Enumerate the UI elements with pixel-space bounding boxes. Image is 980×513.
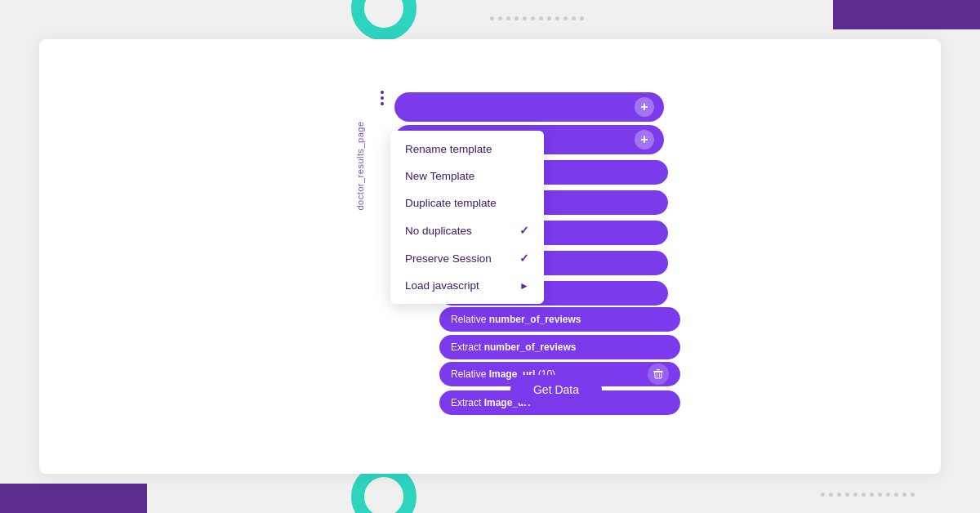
dropdown-item-rename[interactable]: Rename template — [390, 136, 544, 163]
add-button-2[interactable]: + — [635, 130, 654, 149]
dropdown-item-new-template[interactable]: New Template — [390, 163, 544, 190]
dot3 — [381, 102, 384, 105]
purple-bar-top-right — [833, 0, 980, 29]
teal-circle-top — [351, 0, 416, 41]
purple-bar-bottom-left — [0, 484, 147, 513]
field-bar-relative-reviews: Relative number_of_reviews — [439, 307, 680, 332]
dots-bottom — [821, 493, 915, 497]
dots-menu-button[interactable] — [372, 88, 392, 108]
dropdown-item-preserve-session[interactable]: Preserve Session ✓ — [390, 244, 544, 272]
add-button-1[interactable]: + — [635, 97, 654, 117]
dropdown-item-duplicate[interactable]: Duplicate template — [390, 190, 544, 216]
arrow-icon-load-javascript: ► — [519, 280, 529, 292]
field-bar-extract-reviews: Extract number_of_reviews — [439, 335, 680, 359]
dot1 — [381, 91, 384, 94]
get-data-button[interactable]: Get Data — [510, 375, 602, 404]
sidebar-label: doctor_results_page — [352, 84, 368, 248]
trash-button[interactable] — [648, 364, 669, 385]
check-icon-no-duplicates: ✓ — [519, 224, 529, 237]
trash-icon — [653, 368, 664, 380]
field-bar-extract-reviews-text: Extract number_of_reviews — [451, 341, 576, 353]
check-icon-preserve-session: ✓ — [519, 252, 529, 265]
svg-rect-1 — [657, 369, 660, 370]
dot2 — [381, 96, 384, 100]
template-row-1: + — [394, 92, 664, 122]
dropdown-menu: Rename template New Template Duplicate t… — [390, 131, 544, 304]
field-bar-relative-reviews-text: Relative number_of_reviews — [451, 314, 581, 325]
dropdown-item-load-javascript[interactable]: Load javascript ► — [390, 272, 544, 299]
dots-top — [490, 16, 584, 20]
main-card: doctor_results_page + ☰ + Relative numbe… — [39, 39, 941, 474]
dropdown-item-no-duplicates[interactable]: No duplicates ✓ — [390, 216, 544, 244]
